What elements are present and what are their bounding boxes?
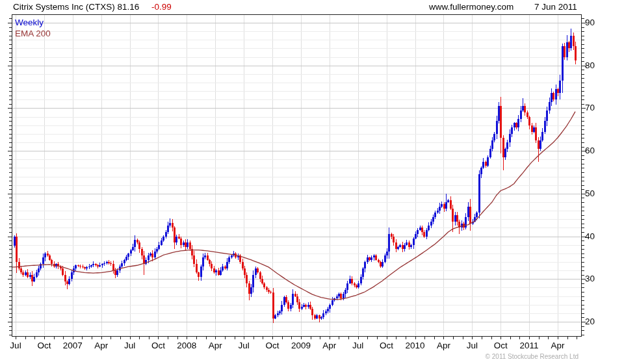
x-axis-label: 2007 xyxy=(63,341,83,350)
x-axis-label: Oct xyxy=(151,341,165,350)
y-axis-label: 70 xyxy=(585,103,595,112)
y-axis-label: 30 xyxy=(585,274,595,283)
x-axis-label: Jul xyxy=(10,341,21,350)
y-axis-label: 60 xyxy=(585,146,595,155)
y-axis-label: 90 xyxy=(585,18,595,27)
y-axis-label: 20 xyxy=(585,317,595,326)
x-axis-label: Oct xyxy=(380,341,393,350)
x-axis-label: Oct xyxy=(37,341,51,350)
website-label: www.fullermoney.com xyxy=(429,2,514,12)
x-axis-label: Apr xyxy=(209,341,222,350)
header-bar: Citrix Systems Inc (CTXS) 81.16 -0.99 ww… xyxy=(0,1,637,13)
y-axis-label: 40 xyxy=(585,231,595,241)
x-axis-label: 2009 xyxy=(291,341,311,350)
x-axis-label: 2008 xyxy=(177,341,196,350)
y-axis-label: 50 xyxy=(585,188,595,198)
x-axis-label: Oct xyxy=(266,341,280,350)
x-axis-label: Apr xyxy=(94,341,108,350)
chart-title: Citrix Systems Inc (CTXS) 81.16 xyxy=(13,2,139,12)
x-axis-label: 2011 xyxy=(520,341,539,350)
x-axis-label: Jul xyxy=(352,341,363,350)
x-axis-label: Jul xyxy=(239,341,250,350)
copyright-label: © 2011 Stockcube Research Ltd xyxy=(486,353,578,360)
legend-timeframe-label: Weekly xyxy=(15,17,51,28)
x-axis-label: 2010 xyxy=(405,341,424,350)
x-axis-label: Apr xyxy=(551,341,564,350)
legend-ema-label: EMA 200 xyxy=(15,28,51,39)
x-axis-label: Oct xyxy=(494,341,508,350)
price-change-label: -0.99 xyxy=(151,2,172,12)
price-chart-canvas xyxy=(0,0,637,364)
legend: Weekly EMA 200 xyxy=(15,17,51,39)
stock-chart-window: Citrix Systems Inc (CTXS) 81.16 -0.99 ww… xyxy=(0,0,637,364)
x-axis-label: Jul xyxy=(124,341,135,350)
y-axis-label: 80 xyxy=(585,60,595,70)
x-axis-label: Apr xyxy=(322,341,336,350)
x-axis-label: Jul xyxy=(467,341,478,350)
date-label: 7 Jun 2011 xyxy=(534,2,577,12)
x-axis-label: Apr xyxy=(437,341,450,350)
